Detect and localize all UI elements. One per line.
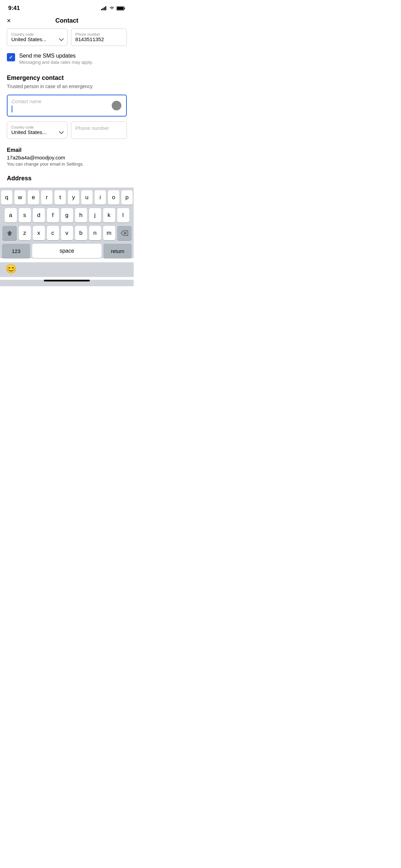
key-o[interactable]: o — [108, 190, 119, 205]
keyboard-row-3: z x c v b n m — [1, 226, 133, 240]
emergency-contact-subtext: Trusted person in case of an emergency — [7, 84, 127, 89]
key-p[interactable]: p — [121, 190, 133, 205]
key-i[interactable]: i — [95, 190, 106, 205]
phone-number-value-top: 8143511352 — [75, 36, 122, 42]
emergency-phone-row: Country code United States... Phone numb… — [7, 121, 127, 139]
email-note: You can change your email in Settings. — [7, 161, 127, 167]
delete-key[interactable] — [117, 226, 132, 240]
key-c[interactable]: c — [47, 226, 59, 240]
text-cursor — [12, 106, 12, 112]
key-j[interactable]: j — [89, 208, 101, 222]
phone-number-input-top[interactable]: Phone number 8143511352 — [71, 28, 127, 46]
keyboard: q w e r t y u i o p a s d f g h j k l z … — [0, 188, 134, 258]
status-bar: 9:41 — [0, 0, 134, 14]
key-a[interactable]: a — [5, 208, 17, 222]
country-code-value-top: United States... — [11, 36, 63, 42]
return-key[interactable]: return — [104, 244, 132, 258]
key-b[interactable]: b — [75, 226, 87, 240]
shift-key[interactable] — [2, 226, 17, 240]
keyboard-bottom-bar: 😊 — [0, 262, 134, 277]
address-heading: Address — [7, 175, 127, 182]
key-t[interactable]: t — [54, 190, 66, 205]
delete-icon — [121, 230, 128, 236]
svg-marker-7 — [7, 231, 12, 236]
space-key[interactable]: space — [32, 244, 101, 258]
key-k[interactable]: k — [103, 208, 115, 222]
svg-rect-5 — [124, 8, 125, 9]
key-g[interactable]: g — [61, 208, 73, 222]
key-v[interactable]: v — [61, 226, 73, 240]
shift-icon — [7, 230, 13, 236]
phone-number-placeholder-emergency: Phone number — [75, 125, 122, 131]
svg-rect-6 — [117, 7, 123, 10]
email-heading: Email — [7, 147, 127, 153]
country-code-select-top[interactable]: Country code United States... — [7, 28, 68, 46]
key-m[interactable]: m — [103, 226, 115, 240]
key-z[interactable]: z — [19, 226, 31, 240]
key-f[interactable]: f — [47, 208, 59, 222]
keyboard-row-1: q w e r t y u i o p — [1, 190, 133, 205]
status-time: 9:41 — [8, 5, 20, 12]
country-code-label-top: Country code — [11, 32, 63, 36]
contact-name-input[interactable]: Contact name — [7, 95, 127, 117]
battery-icon — [117, 6, 125, 11]
key-w[interactable]: w — [14, 190, 26, 205]
email-value: 17a2ba4a@moodjoy.com — [7, 155, 127, 160]
contact-name-dot — [112, 101, 121, 110]
address-section: Address — [7, 175, 127, 182]
svg-rect-2 — [104, 7, 105, 10]
emoji-icon[interactable]: 😊 — [5, 264, 16, 274]
key-n[interactable]: n — [89, 226, 101, 240]
key-h[interactable]: h — [75, 208, 87, 222]
content-area: Country code United States... Phone numb… — [0, 28, 134, 182]
wifi-icon — [109, 6, 115, 10]
page-title: Contact — [56, 17, 78, 24]
keyboard-bottom-row: 123 space return — [1, 244, 133, 258]
chevron-down-icon — [59, 36, 64, 41]
keyboard-row-2: a s d f g h j k l — [1, 208, 133, 222]
phone-row-top: Country code United States... Phone numb… — [7, 28, 127, 46]
svg-rect-1 — [102, 8, 104, 11]
sms-text-block: Send me SMS updates Messaging and data r… — [19, 53, 93, 65]
country-code-label-emergency: Country code — [11, 125, 63, 129]
signal-icon — [101, 6, 107, 10]
key-l[interactable]: l — [117, 208, 129, 222]
email-section: Email 17a2ba4a@moodjoy.com You can chang… — [7, 147, 127, 167]
phone-number-input-emergency[interactable]: Phone number — [71, 121, 127, 139]
close-button[interactable]: × — [7, 17, 11, 25]
chevron-down-icon-emergency — [59, 129, 64, 134]
phone-number-label-top: Phone number — [75, 32, 122, 36]
numeric-key[interactable]: 123 — [2, 244, 30, 258]
home-indicator — [44, 280, 90, 281]
key-s[interactable]: s — [19, 208, 31, 222]
sms-label: Send me SMS updates — [19, 53, 76, 59]
svg-rect-3 — [105, 6, 106, 10]
sms-sublabel: Messaging and data rates may apply. — [19, 60, 93, 65]
key-e[interactable]: e — [28, 190, 39, 205]
key-r[interactable]: r — [41, 190, 52, 205]
contact-name-placeholder: Contact name — [12, 99, 122, 104]
svg-rect-0 — [101, 9, 102, 10]
key-y[interactable]: y — [68, 190, 79, 205]
sms-checkbox-row: Send me SMS updates Messaging and data r… — [7, 53, 127, 65]
key-d[interactable]: d — [33, 208, 45, 222]
key-u[interactable]: u — [81, 190, 93, 205]
page-header: × Contact — [0, 14, 134, 28]
country-code-value-emergency: United States... — [11, 129, 63, 135]
key-q[interactable]: q — [1, 190, 12, 205]
emergency-contact-heading: Emergency contact — [7, 74, 127, 82]
country-code-select-emergency[interactable]: Country code United States... — [7, 121, 68, 139]
status-icons — [101, 6, 125, 11]
sms-checkbox[interactable] — [7, 53, 15, 61]
key-x[interactable]: x — [33, 226, 45, 240]
